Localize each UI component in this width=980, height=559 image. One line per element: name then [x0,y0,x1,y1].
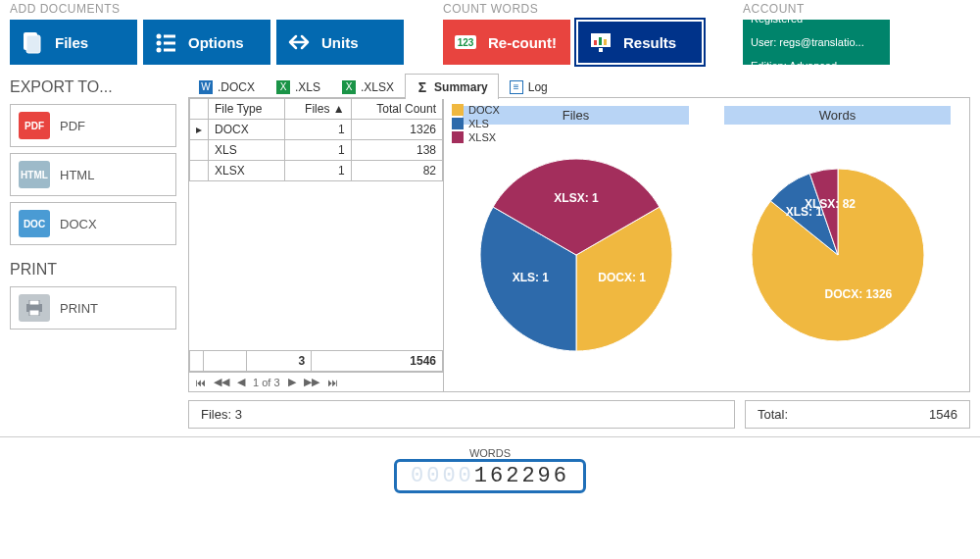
ribbon-group-title-count: COUNT WORDS [443,2,704,16]
svg-rect-7 [164,49,175,52]
options-icon [153,29,178,55]
pager-next[interactable]: ▶ [288,376,296,388]
counter: WORDS 0000162296 [0,447,980,493]
print-title: PRINT [10,261,176,279]
svg-text:DOCX: 1: DOCX: 1 [598,271,646,284]
legend-swatch-xls [452,118,464,129]
account-line2: User: regs@translatio... [751,35,864,49]
svg-point-3 [157,41,162,46]
docx-icon: DOC [19,210,50,237]
charts: DOCX XLS XLSX Files DOCX: 1XLS: 1XLSX: 1… [444,98,969,391]
content: W.DOCX X.XLS X.XLSX ΣSummary ≡Log File T… [188,73,970,429]
sidebar: EXPORT TO... PDFPDF HTMLHTML DOCDOCX PRI… [10,73,176,429]
svg-rect-14 [599,48,603,52]
export-docx-button[interactable]: DOCDOCX [10,202,176,245]
pager-prev[interactable]: ◀ [237,376,245,388]
pager-status: 1 of 3 [253,377,280,388]
excel-icon: X [342,80,356,94]
summary-table: File Type Files ▲ Total Count ▸DOCX11326… [189,98,444,391]
ribbon-group-title-add: ADD DOCUMENTS [10,2,404,16]
col-filetype[interactable]: File Type [209,99,285,120]
tab-summary[interactable]: ΣSummary [405,74,499,99]
chart-words: Words DOCX: 1326XLS: 138XLSX: 82 [711,104,963,385]
tab-xls[interactable]: X.XLS [266,74,331,99]
units-button[interactable]: Units [276,20,404,65]
pie-files: DOCX: 1XLS: 1XLSX: 1 [468,147,684,363]
account-panel[interactable]: Registered User: regs@translatio... Edit… [743,20,890,65]
export-pdf-label: PDF [60,119,85,133]
ribbon-group-account: ACCOUNT Registered User: regs@translatio… [743,2,890,65]
separator [0,436,980,437]
export-title: EXPORT TO... [10,78,176,96]
svg-rect-13 [604,39,607,45]
legend-swatch-xlsx [452,131,464,143]
export-html-button[interactable]: HTMLHTML [10,153,176,196]
recount-icon: 123 [453,29,478,55]
export-docx-label: DOCX [60,217,97,231]
pager: ⏮ ◀◀ ◀ 1 of 3 ▶ ▶▶ ⏭ [189,372,443,391]
svg-rect-5 [164,35,175,38]
print-icon [19,294,50,322]
table-row[interactable]: XLSX182 [190,161,443,181]
account-line3: Edition: Advanced [751,59,837,73]
results-button[interactable]: Results [576,20,704,65]
export-pdf-button[interactable]: PDFPDF [10,104,176,147]
legend-swatch-docx [452,104,464,116]
ribbon: ADD DOCUMENTS Files Options Units COUNT … [0,0,980,73]
svg-rect-16 [29,300,39,305]
tab-docx[interactable]: W.DOCX [188,74,266,99]
col-total[interactable]: Total Count [351,99,442,120]
print-label: PRINT [60,301,98,316]
svg-text:XLSX: 82: XLSX: 82 [804,197,855,211]
options-label: Options [188,34,244,51]
pdf-icon: PDF [19,112,50,139]
chart-words-title: Words [724,106,951,125]
recount-button[interactable]: 123 Re-count! [443,20,570,65]
files-icon [20,29,45,55]
tab-log[interactable]: ≡Log [499,74,559,99]
sigma-icon: Σ [416,80,429,94]
pager-prevpage[interactable]: ◀◀ [214,376,229,388]
recount-label: Re-count! [488,34,557,51]
summary-body: File Type Files ▲ Total Count ▸DOCX11326… [188,98,970,392]
pager-nextpage[interactable]: ▶▶ [304,376,319,388]
svg-text:XLSX: 1: XLSX: 1 [554,191,599,205]
html-icon: HTML [19,161,50,188]
units-icon [286,29,312,55]
table-foot-row: 31546 [190,351,443,372]
tab-xlsx[interactable]: X.XLSX [331,74,405,99]
svg-text:XLS: 1: XLS: 1 [512,271,549,284]
col-files[interactable]: Files ▲ [284,99,351,120]
svg-point-4 [157,48,162,53]
table-header-row: File Type Files ▲ Total Count [190,99,443,120]
ribbon-group-add: ADD DOCUMENTS Files Options Units [10,2,404,65]
print-button[interactable]: PRINT [10,286,176,330]
excel-icon: X [276,80,290,94]
footer-total: Total: 1546 [745,400,970,429]
svg-rect-17 [29,310,39,316]
svg-rect-6 [164,42,175,45]
footbar: Files: 3 Total: 1546 [188,400,970,429]
files-label: Files [55,34,88,51]
options-button[interactable]: Options [143,20,270,65]
results-icon [588,29,613,55]
results-label: Results [623,34,676,51]
table-row[interactable]: ▸DOCX11326 [190,120,443,140]
chart-legend: DOCX XLS XLSX [452,104,500,145]
export-html-label: HTML [60,168,94,182]
svg-rect-11 [594,40,597,45]
tabs: W.DOCX X.XLS X.XLSX ΣSummary ≡Log [188,73,970,98]
counter-display: 0000162296 [394,459,586,493]
pager-first[interactable]: ⏮ [195,377,206,388]
svg-point-2 [157,34,162,39]
footer-files: Files: 3 [188,400,735,429]
svg-text:DOCX: 1326: DOCX: 1326 [824,287,892,301]
svg-rect-1 [26,35,40,53]
pie-words: DOCX: 1326XLS: 138XLSX: 82 [740,157,936,353]
account-line1: Registered [751,12,803,25]
log-icon: ≡ [510,80,523,94]
files-button[interactable]: Files [10,20,137,65]
counter-label: WORDS [0,447,980,459]
pager-last[interactable]: ⏭ [327,377,338,388]
table-row[interactable]: XLS1138 [190,140,443,161]
